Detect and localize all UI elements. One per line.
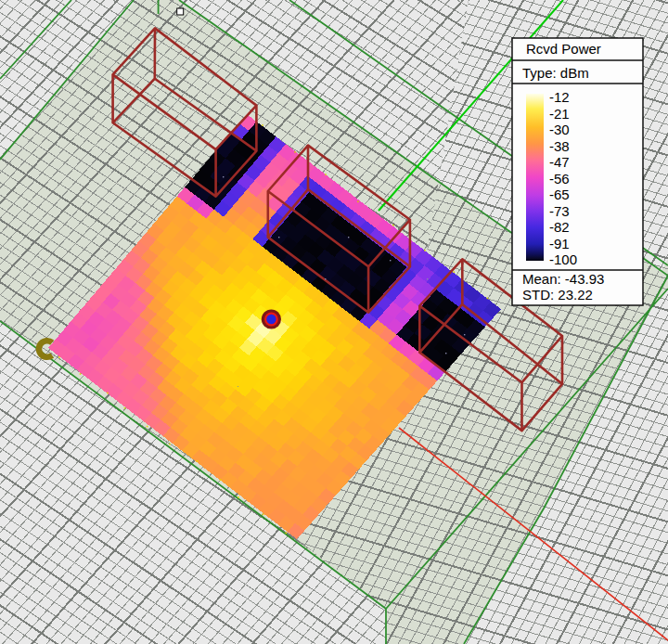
svg-text:-100: -100 — [549, 251, 577, 267]
svg-text:-82: -82 — [549, 219, 570, 235]
svg-text:-91: -91 — [549, 236, 570, 251]
svg-text:Rcvd Power: Rcvd Power — [526, 41, 601, 57]
svg-text:Type: dBm: Type: dBm — [522, 65, 589, 81]
svg-text:-47: -47 — [549, 154, 570, 170]
svg-text:-65: -65 — [549, 187, 570, 202]
svg-text:-21: -21 — [549, 106, 570, 122]
svg-text:STD: 23.22: STD: 23.22 — [522, 287, 593, 303]
svg-text:-12: -12 — [549, 89, 570, 105]
svg-text:-73: -73 — [549, 203, 570, 219]
svg-text:-56: -56 — [549, 171, 570, 187]
svg-text:-38: -38 — [549, 138, 570, 154]
svg-text:Mean: -43.93: Mean: -43.93 — [522, 271, 604, 287]
svg-text:-30: -30 — [549, 122, 570, 137]
